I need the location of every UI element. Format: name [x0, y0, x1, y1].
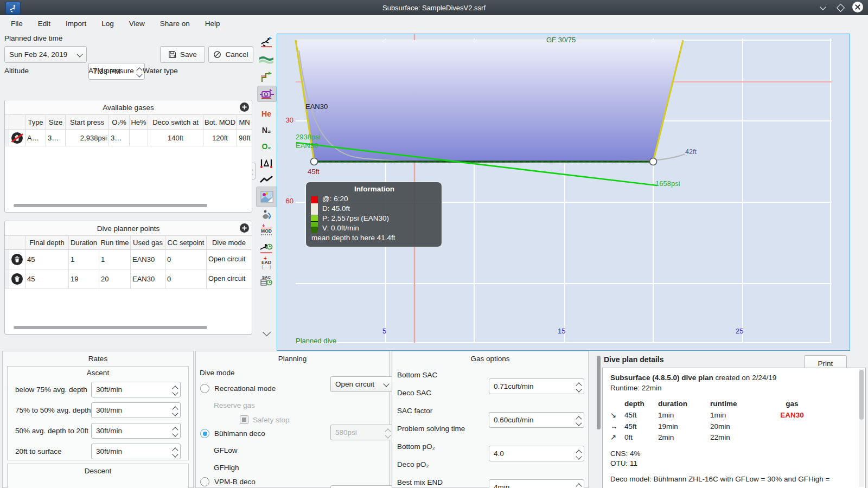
col-mnd[interactable]: MN: [237, 115, 252, 130]
toolbar-photos-button-selected[interactable]: [256, 187, 278, 207]
toolbar-ead-button[interactable]: + EAD (····): [258, 257, 275, 272]
plan-scroll-handle[interactable]: [859, 370, 864, 420]
toolbar-profile-route-button[interactable]: [258, 69, 275, 85]
col-size[interactable]: Size: [46, 115, 66, 130]
rate-spinbox[interactable]: 30ft/min: [91, 423, 181, 439]
plan-otu: OTU: 11: [610, 459, 858, 469]
plan-scroll-track[interactable]: [859, 369, 864, 487]
rate-label: below 75% avg. depth: [15, 386, 87, 394]
menu-share-on[interactable]: Share on: [152, 17, 197, 30]
toolbar-planner-button-selected[interactable]: [257, 86, 277, 102]
menu-import[interactable]: Import: [58, 17, 94, 30]
add-point-button[interactable]: [240, 223, 249, 233]
atm-pressure-label: ATM pressure: [88, 67, 134, 75]
profile-handle-end[interactable]: [650, 158, 657, 165]
toolbar-waves-button[interactable]: [258, 52, 275, 67]
col-dive-mode[interactable]: Dive mode: [207, 236, 251, 250]
dive-date-select[interactable]: Sun Feb 24, 2019: [4, 46, 87, 63]
toolbar-o2-button[interactable]: O₂: [258, 139, 275, 154]
col-start-press[interactable]: Start press: [66, 115, 109, 130]
gas-options-panel: Gas options Bottom SAC 0.71cuft/min Deco…: [392, 351, 589, 488]
toolbar-scroll-down-button[interactable]: [258, 325, 275, 341]
available-gases-title: Available gases: [103, 104, 154, 112]
dive-plan-notes[interactable]: Subsurface (4.8.5.0) dive plan created o…: [602, 368, 866, 488]
toolbar-heartrate-button[interactable]: [258, 172, 275, 187]
col-used-gas[interactable]: Used gas: [131, 236, 165, 250]
rates-panel: Rates Ascent below 75% avg. depth 30ft/m…: [2, 351, 194, 488]
buhlmann-deco-radio[interactable]: Bühlmann deco: [200, 429, 265, 438]
altitude-label: Altitude: [4, 67, 29, 75]
rate-label: 20ft to surface: [15, 447, 62, 455]
recreational-mode-radio[interactable]: Recreational mode: [200, 384, 276, 393]
save-button[interactable]: Save: [160, 46, 205, 63]
rate-spinbox[interactable]: 30ft/min: [91, 382, 181, 397]
col-deco-switch[interactable]: Deco switch at: [148, 115, 203, 130]
delete-point-icon[interactable]: [11, 254, 23, 265]
dir-ascend-icon: ↗: [610, 432, 624, 444]
minimize-button[interactable]: [817, 2, 829, 13]
toolbar-ruler-button[interactable]: [258, 156, 275, 171]
col-final-depth[interactable]: Final depth: [25, 236, 69, 250]
plus-icon: [241, 225, 247, 231]
points-hscrollbar[interactable]: [14, 326, 207, 329]
toolbar-diver-time-button[interactable]: [258, 241, 275, 256]
gflow-spinbox[interactable]: 30%: [330, 485, 393, 488]
plan-cns: CNS: 4%: [610, 449, 858, 459]
menu-edit[interactable]: Edit: [30, 17, 58, 30]
toolbar-diver-button[interactable]: [258, 34, 275, 49]
col-duration[interactable]: Duration: [69, 236, 99, 250]
dive-plan-details-title: Dive plan details: [604, 355, 663, 364]
safety-stop-checkbox: Safety stop: [240, 415, 290, 424]
plan-header-bold: Subsurface (4.8.5.0) dive plan: [610, 374, 713, 382]
segment-gas-label: EAN30: [305, 102, 328, 111]
dive-profile-chart[interactable]: GF 30/75 EAN30 2938psi EAN30 45ft 42ft 1…: [277, 34, 850, 351]
waves-icon: [259, 55, 273, 65]
deco-sac-spinbox[interactable]: 0.60cuft/min: [489, 412, 584, 428]
end-pressure-label: 1658psi: [655, 179, 680, 188]
add-gas-button[interactable]: [240, 102, 249, 112]
col-bot-mod[interactable]: Bot. MOD: [203, 115, 237, 130]
gases-hscrollbar[interactable]: [14, 204, 207, 207]
vpmb-deco-radio[interactable]: VPM-B deco: [200, 477, 256, 486]
tooltip-line-speed: V: 0.0ft/min: [322, 223, 437, 233]
window-title: Subsurface: SampleDivesV2.ssrf: [0, 4, 868, 12]
toolbar-diver-cylinder-button[interactable]: [258, 207, 275, 222]
reserve-gas-label: Reserve gas: [214, 401, 255, 409]
bottom-sac-spinbox[interactable]: 0.71cuft/min: [489, 378, 584, 394]
diver-clock-icon: [259, 242, 273, 254]
ascent-group: Ascent below 75% avg. depth 30ft/min 75%…: [7, 366, 189, 460]
cancel-label: Cancel: [225, 50, 248, 59]
col-o2[interactable]: O₂%: [109, 115, 130, 130]
menu-view[interactable]: View: [122, 17, 152, 30]
toolbar-mod-button[interactable]: + MOD: [258, 224, 275, 239]
toolbar-he-button[interactable]: He: [258, 106, 275, 121]
menu-help[interactable]: Help: [197, 17, 228, 30]
bottom-vscrollbar[interactable]: [597, 356, 601, 429]
delete-point-icon[interactable]: [11, 273, 23, 285]
maximize-button[interactable]: [834, 2, 846, 13]
col-type[interactable]: Type: [25, 115, 46, 130]
delete-gas-icon[interactable]: [11, 132, 23, 144]
col-he[interactable]: He%: [130, 115, 148, 130]
titlebar[interactable]: Subsurface: SampleDivesV2.ssrf: [0, 0, 868, 15]
rate-spinbox[interactable]: 30ft/min: [91, 402, 181, 418]
menu-log[interactable]: Log: [94, 17, 122, 30]
bottom-depth-label: 45ft: [308, 168, 320, 176]
gas-row[interactable]: A… 3… 2,938psi 3… 140ft 120ft 98ft: [5, 130, 252, 146]
tooltip-color-bar: [311, 196, 318, 233]
point-row[interactable]: 45 19 20 EAN30 0 Open circuit: [5, 269, 252, 289]
save-icon: [168, 50, 176, 59]
toolbar-sac-button[interactable]: SAC: [258, 274, 275, 289]
problem-time-spinbox[interactable]: 4min: [489, 479, 584, 488]
menu-file[interactable]: File: [3, 17, 30, 30]
toolbar-n2-button[interactable]: N₂: [258, 123, 275, 138]
col-run-time[interactable]: Run time: [99, 236, 131, 250]
profile-handle-start[interactable]: [311, 158, 318, 165]
point-row[interactable]: 45 1 1 EAN30 0 Open circuit: [5, 250, 252, 269]
close-button[interactable]: [852, 2, 864, 12]
sac-factor-spinbox[interactable]: 4.0: [489, 446, 584, 461]
cancel-button[interactable]: Cancel: [208, 46, 253, 63]
dive-mode-select[interactable]: Open circuit: [330, 376, 393, 392]
rate-spinbox[interactable]: 30ft/min: [91, 444, 181, 459]
col-cc-setpoint[interactable]: CC setpoint: [165, 236, 207, 250]
